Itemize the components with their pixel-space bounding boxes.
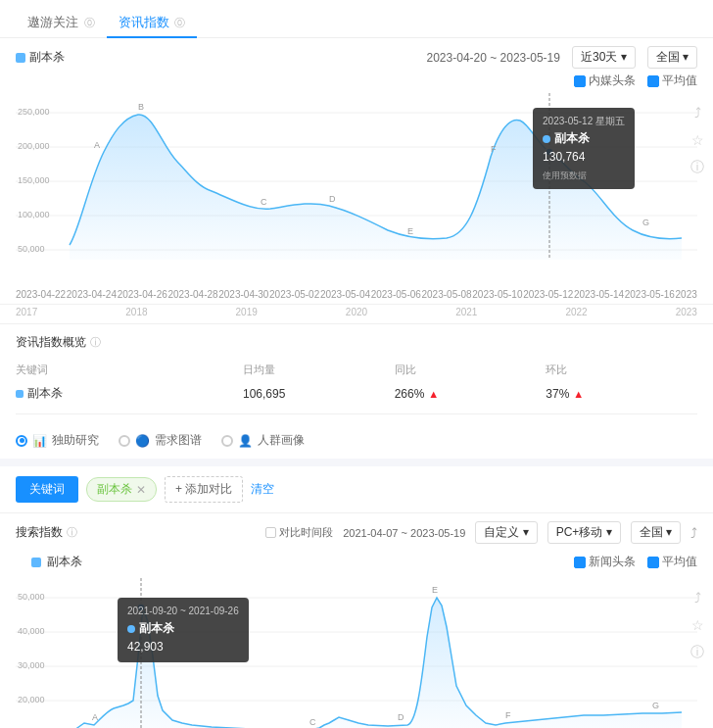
svg-text:C: C <box>261 197 267 207</box>
metrics-grid: 关键词 日均量 同比 环比 副本杀 106,695 266% ▲ 37% ▲ <box>16 359 697 414</box>
legend-dot-blue <box>16 53 25 63</box>
svg-text:D: D <box>329 194 336 204</box>
svg-text:20,000: 20,000 <box>18 695 45 704</box>
top-section: 遨游关注 ⓪ 资讯指数 ⓪ 副本杀 2023-04-20 ~ 2023-05-1… <box>0 0 713 459</box>
chart-actions-top: ⤴ ☆ ⓘ <box>688 103 707 177</box>
bottom-section: 关键词 副本杀 ✕ + 添加对比 清空 搜索指数 ⓘ 对比时间段 2021-04… <box>0 466 713 728</box>
xaxis-labels-top: 2023-04-22 2023-04-24 2023-04-26 2023-04… <box>0 289 713 300</box>
keyword-btn[interactable]: 关键词 <box>16 476 78 503</box>
share-icon[interactable]: ⤴ <box>688 103 707 122</box>
radio-portrait[interactable]: 👤 人群画像 <box>221 432 305 449</box>
clear-btn[interactable]: 清空 <box>251 481 274 498</box>
tag-close[interactable]: ✕ <box>136 483 146 497</box>
svg-text:150,000: 150,000 <box>18 175 50 185</box>
cb-avg-search <box>647 557 659 568</box>
svg-text:100,000: 100,000 <box>18 210 50 219</box>
tab-news-index[interactable]: 资讯指数 ⓪ <box>107 8 198 37</box>
svg-text:C: C <box>309 717 316 727</box>
search-title: 搜索指数 ⓘ <box>16 524 77 541</box>
svg-text:E: E <box>407 226 413 236</box>
checkbox-avg-search[interactable]: 平均值 <box>647 554 697 570</box>
search-legend: 副本杀 <box>16 550 98 574</box>
cb-avg-checked <box>647 75 659 87</box>
search-header: 搜索指数 ⓘ 对比时间段 2021-04-07 ~ 2023-05-19 自定义… <box>0 513 713 548</box>
page-container: 遨游关注 ⓪ 资讯指数 ⓪ 副本杀 2023-04-20 ~ 2023-05-1… <box>0 0 713 728</box>
col-header-keyword: 关键词 <box>16 359 243 381</box>
cb-news-checked <box>574 75 586 87</box>
period-btn[interactable]: 近30天 ▾ <box>572 46 636 69</box>
col-header-mom: 环比 <box>546 359 697 381</box>
search-controls: 对比时间段 2021-04-07 ~ 2023-05-19 自定义 ▾ PC+移… <box>265 521 697 544</box>
col-header-yoy: 同比 <box>395 359 547 381</box>
year-labels-top: 2017 2018 2019 2020 2021 2022 2023 <box>0 304 713 323</box>
custom-btn[interactable]: 自定义 ▾ <box>475 521 537 544</box>
yoy-up-arrow: ▲ <box>428 388 439 400</box>
compare-cb-box <box>265 527 276 538</box>
metrics-title: 资讯指数概览 ⓘ <box>16 334 697 351</box>
search-date-range: 2021-04-07 ~ 2023-05-19 <box>343 527 465 539</box>
region-btn-top[interactable]: 全国 ▾ <box>647 46 697 69</box>
mom-up-arrow: ▲ <box>573 388 584 400</box>
chart-actions-search: ⤴ ☆ ⓘ <box>688 588 707 662</box>
svg-text:F: F <box>491 144 497 154</box>
svg-text:30,000: 30,000 <box>18 660 45 670</box>
metric-yoy: 266% ▲ <box>395 381 547 406</box>
chart-header: 副本杀 2023-04-20 ~ 2023-05-19 近30天 ▾ 全国 ▾ <box>0 38 713 73</box>
search-chart-area: 50,000 40,000 30,000 20,000 A C D E F G <box>0 578 713 728</box>
star-icon[interactable]: ☆ <box>688 130 707 150</box>
metric-mom: 37% ▲ <box>546 381 697 406</box>
keyword-tag[interactable]: 副本杀 ✕ <box>86 477 157 502</box>
cb-news-search <box>574 557 586 568</box>
metrics-section: 资讯指数概览 ⓘ 关键词 日均量 同比 环比 副本杀 106,695 266% … <box>0 323 713 424</box>
header-right: 2023-04-20 ~ 2023-05-19 近30天 ▾ 全国 ▾ <box>427 46 697 69</box>
star-icon-search[interactable]: ☆ <box>688 615 707 635</box>
svg-point-11 <box>546 148 553 156</box>
svg-text:D: D <box>398 712 404 722</box>
top-chart-svg: 250,000 200,000 150,000 100,000 50,000 <box>16 93 697 269</box>
svg-text:A: A <box>92 712 98 722</box>
platform-btn[interactable]: PC+移动 ▾ <box>547 521 621 544</box>
radio-duzhu[interactable]: 📊 独助研究 <box>16 432 99 449</box>
add-compare-btn[interactable]: + 添加对比 <box>165 476 243 503</box>
svg-point-29 <box>137 604 145 611</box>
radio-dot-portrait <box>221 435 233 447</box>
checkbox-avg-top[interactable]: 平均值 <box>647 73 697 89</box>
radio-dot-demand <box>119 435 130 447</box>
svg-text:50,000: 50,000 <box>18 592 45 602</box>
svg-text:E: E <box>432 585 438 595</box>
search-chart-svg: 50,000 40,000 30,000 20,000 A C D E F G <box>16 578 697 728</box>
radio-demand[interactable]: 🔵 需求图谱 <box>119 432 202 449</box>
col-header-daily: 日均量 <box>243 359 395 381</box>
legend-item-top: 副本杀 <box>16 49 65 66</box>
share-icon-search[interactable]: ⤴ <box>688 588 707 607</box>
svg-text:200,000: 200,000 <box>18 141 50 151</box>
radio-group: 📊 独助研究 🔵 需求图谱 👤 人群画像 <box>0 424 713 459</box>
date-range-top: 2023-04-20 ~ 2023-05-19 <box>427 51 560 65</box>
metric-daily: 106,695 <box>243 381 395 406</box>
tabs-row: 遨游关注 ⓪ 资讯指数 ⓪ <box>0 0 713 38</box>
svg-text:A: A <box>94 140 100 150</box>
export-icon[interactable]: ⤴ <box>690 525 697 541</box>
svg-text:250,000: 250,000 <box>18 107 50 117</box>
compare-checkbox[interactable]: 对比时间段 <box>265 525 333 540</box>
svg-text:G: G <box>642 218 649 227</box>
tab-youyou[interactable]: 遨游关注 ⓪ <box>16 8 107 37</box>
checkbox-news-search[interactable]: 新闻头条 <box>574 554 636 570</box>
info-icon-search[interactable]: ⓘ <box>688 643 707 662</box>
keyword-bar: 关键词 副本杀 ✕ + 添加对比 清空 <box>0 466 713 513</box>
svg-text:F: F <box>505 710 511 720</box>
svg-text:B: B <box>138 102 144 112</box>
region-btn-search[interactable]: 全国 ▾ <box>631 521 681 544</box>
radio-dot-duzhu <box>16 435 27 447</box>
svg-text:50,000: 50,000 <box>18 244 45 254</box>
svg-text:40,000: 40,000 <box>18 626 45 636</box>
top-chart-area: 250,000 200,000 150,000 100,000 50,000 <box>0 93 713 289</box>
info-icon[interactable]: ⓘ <box>688 158 707 177</box>
metric-keyword: 副本杀 <box>16 381 243 406</box>
checkbox-news-top[interactable]: 内媒头条 <box>574 73 636 89</box>
svg-text:G: G <box>652 701 659 710</box>
